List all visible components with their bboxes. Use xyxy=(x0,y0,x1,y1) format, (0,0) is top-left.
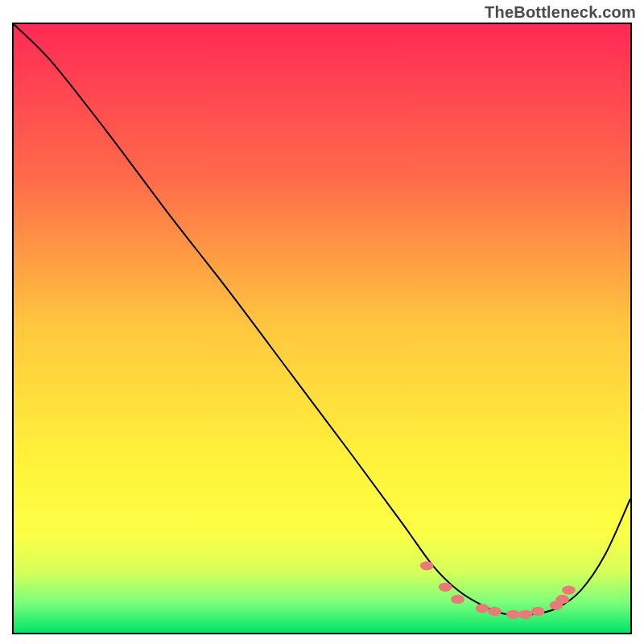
highlight-dot xyxy=(518,610,532,619)
highlight-dot xyxy=(488,607,502,616)
highlight-dot xyxy=(439,583,452,592)
highlight-dot xyxy=(420,561,434,570)
highlight-dot xyxy=(476,604,489,613)
highlight-dot xyxy=(555,595,569,604)
highlight-dot xyxy=(531,607,545,616)
chart-container xyxy=(12,23,632,634)
chart-background xyxy=(14,24,630,633)
attribution-label: TheBottleneck.com xyxy=(485,3,636,22)
bottleneck-chart xyxy=(14,24,630,633)
highlight-dot xyxy=(562,585,576,594)
highlight-dot xyxy=(506,610,520,619)
highlight-dot xyxy=(451,595,464,604)
